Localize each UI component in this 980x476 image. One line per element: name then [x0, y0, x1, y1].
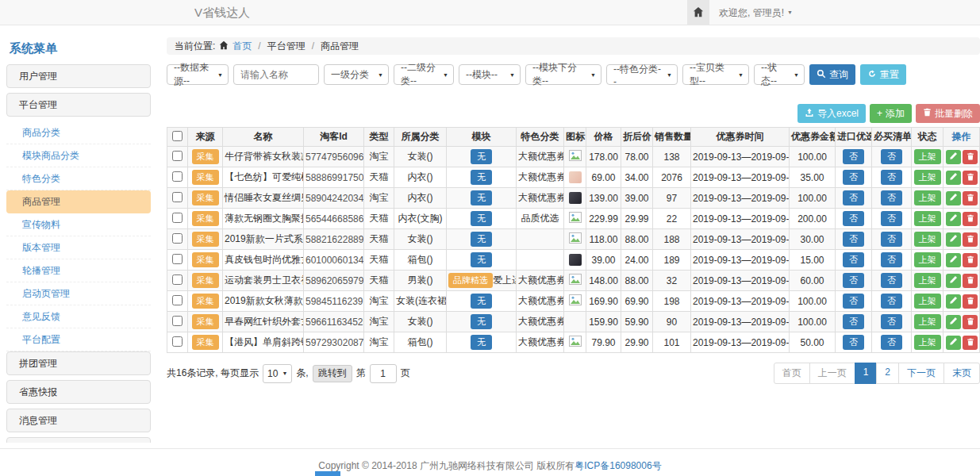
must-buy-toggle[interactable]: 否: [881, 335, 902, 350]
jump-button[interactable]: 跳转到: [313, 365, 352, 382]
sidebar-item-启动页管理[interactable]: 启动页管理: [6, 282, 151, 305]
edit-button[interactable]: [946, 315, 961, 329]
pager-item-1[interactable]: 1: [855, 363, 878, 384]
import-select-toggle[interactable]: 否: [843, 149, 864, 164]
import-select-toggle[interactable]: 否: [843, 273, 864, 288]
delete-button[interactable]: [963, 212, 978, 226]
status-badge[interactable]: 上架: [914, 314, 941, 329]
edit-button[interactable]: [946, 171, 961, 185]
edit-button[interactable]: [946, 253, 961, 267]
edit-button[interactable]: [946, 294, 961, 309]
home-button[interactable]: [687, 0, 709, 25]
pager-item-末页[interactable]: 末页: [943, 363, 980, 384]
import-select-toggle[interactable]: 否: [843, 211, 864, 226]
must-buy-toggle[interactable]: 否: [881, 170, 902, 185]
must-buy-toggle[interactable]: 否: [881, 273, 902, 288]
status-badge[interactable]: 上架: [914, 294, 941, 309]
must-buy-toggle[interactable]: 否: [881, 232, 902, 247]
status-badge[interactable]: 上架: [914, 149, 941, 164]
page-number-input[interactable]: [370, 364, 397, 383]
sidebar-item-轮播管理[interactable]: 轮播管理: [6, 259, 151, 282]
scrollbar-thumb[interactable]: [315, 471, 340, 476]
pager-item-2[interactable]: 2: [876, 363, 899, 384]
sidebar-item-消息管理[interactable]: 消息管理: [6, 409, 151, 432]
sidebar-item-订单管理[interactable]: 订单管理: [6, 437, 151, 443]
sidebar-item-意见反馈[interactable]: 意见反馈: [6, 305, 151, 328]
sidebar-item-拼团管理[interactable]: 拼团管理: [6, 351, 151, 375]
must-buy-toggle[interactable]: 否: [881, 252, 902, 267]
import-select-toggle[interactable]: 否: [843, 252, 864, 267]
row-checkbox[interactable]: [172, 213, 183, 223]
data-source-select[interactable]: --数据来源--▼: [167, 64, 229, 85]
sidebar-item-省惠快报[interactable]: 省惠快报: [6, 380, 151, 404]
row-checkbox[interactable]: [172, 336, 183, 347]
delete-button[interactable]: [963, 150, 978, 164]
status-badge[interactable]: 上架: [914, 190, 941, 205]
per-page-select[interactable]: 10 ▼: [263, 364, 292, 383]
import-select-toggle[interactable]: 否: [843, 294, 864, 309]
delete-button[interactable]: [963, 274, 978, 288]
status-badge[interactable]: 上架: [914, 335, 941, 350]
level1-category-select[interactable]: 一级分类▼: [324, 64, 389, 85]
status-badge[interactable]: 上架: [914, 273, 941, 288]
status-badge[interactable]: 上架: [914, 232, 941, 247]
delete-button[interactable]: [963, 171, 978, 185]
sidebar-item-商品管理[interactable]: 商品管理: [6, 190, 151, 213]
reset-button[interactable]: 重置: [860, 64, 906, 85]
must-buy-toggle[interactable]: 否: [881, 149, 902, 164]
sidebar-item-版本管理[interactable]: 版本管理: [6, 236, 151, 259]
must-buy-toggle[interactable]: 否: [881, 294, 902, 309]
feature-category-select[interactable]: --特色分类--▼: [606, 64, 678, 85]
edit-button[interactable]: [946, 336, 961, 350]
search-button[interactable]: 查询: [809, 64, 855, 85]
module-sub-category-select[interactable]: --模块下分类--▼: [525, 64, 601, 85]
sidebar-item-商品分类[interactable]: 商品分类: [6, 121, 151, 144]
import-select-toggle[interactable]: 否: [843, 232, 864, 247]
delete-button[interactable]: [963, 315, 978, 329]
edit-button[interactable]: [946, 274, 961, 288]
status-badge[interactable]: 上架: [914, 252, 941, 267]
must-buy-toggle[interactable]: 否: [881, 211, 902, 226]
sidebar-item-模块商品分类[interactable]: 模块商品分类: [6, 144, 151, 167]
edit-button[interactable]: [946, 150, 961, 164]
sidebar-item-平台管理[interactable]: 平台管理: [6, 93, 151, 117]
sidebar-item-平台配置[interactable]: 平台配置: [6, 328, 151, 351]
sidebar-item-宣传物料[interactable]: 宣传物料: [6, 213, 151, 236]
item-type-select[interactable]: --宝贝类型--▼: [682, 64, 749, 85]
row-checkbox[interactable]: [172, 295, 183, 305]
level2-category-select[interactable]: --二级分类--▼: [394, 64, 454, 85]
edit-button[interactable]: [946, 191, 961, 205]
icp-link[interactable]: 粤ICP备16098006号: [575, 460, 661, 471]
import-select-toggle[interactable]: 否: [843, 190, 864, 205]
row-checkbox[interactable]: [172, 254, 183, 264]
pager-item-下一页[interactable]: 下一页: [898, 363, 944, 384]
import-select-toggle[interactable]: 否: [843, 170, 864, 185]
row-checkbox[interactable]: [172, 233, 183, 244]
status-badge[interactable]: 上架: [914, 170, 941, 185]
status-badge[interactable]: 上架: [914, 211, 941, 226]
must-buy-toggle[interactable]: 否: [881, 314, 902, 329]
select-all-checkbox[interactable]: [172, 131, 183, 141]
row-checkbox[interactable]: [172, 274, 183, 285]
status-select[interactable]: --状态--▼: [754, 64, 805, 85]
delete-button[interactable]: [963, 336, 978, 350]
module-select[interactable]: --模块--▼: [459, 64, 521, 85]
import-select-toggle[interactable]: 否: [843, 335, 864, 350]
import-excel-button[interactable]: 导入excel: [797, 104, 866, 123]
sidebar-item-用户管理[interactable]: 用户管理: [6, 64, 151, 88]
sidebar-item-特色分类[interactable]: 特色分类: [6, 167, 151, 190]
row-checkbox[interactable]: [172, 192, 183, 202]
batch-delete-button[interactable]: 批量删除: [916, 104, 980, 123]
edit-button[interactable]: [946, 212, 961, 226]
delete-button[interactable]: [963, 232, 978, 247]
edit-button[interactable]: [946, 232, 961, 247]
breadcrumb-home-link[interactable]: 首页: [233, 40, 252, 53]
add-button[interactable]: + 添加: [870, 104, 912, 123]
delete-button[interactable]: [963, 294, 978, 309]
import-select-toggle[interactable]: 否: [843, 314, 864, 329]
row-checkbox[interactable]: [172, 171, 183, 182]
row-checkbox[interactable]: [172, 151, 183, 161]
must-buy-toggle[interactable]: 否: [881, 190, 902, 205]
delete-button[interactable]: [963, 191, 978, 205]
row-checkbox[interactable]: [172, 316, 183, 326]
